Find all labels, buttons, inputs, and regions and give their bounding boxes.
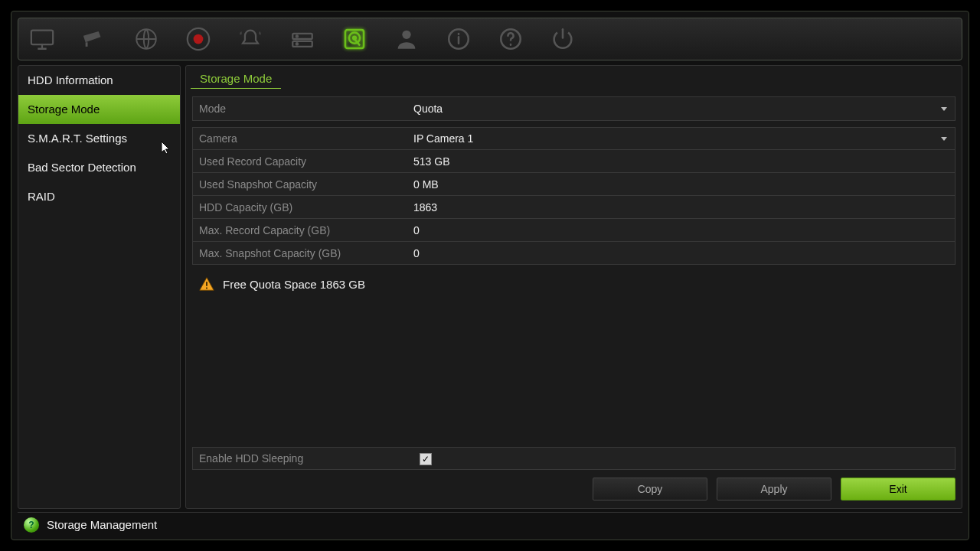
sidebar-item-raid[interactable]: RAID <box>18 182 180 211</box>
max-record-row: Max. Record Capacity (GB) 0 <box>192 219 956 242</box>
alarm-icon[interactable] <box>234 23 266 55</box>
svg-point-11 <box>402 31 410 39</box>
free-quota-text: Free Quota Space 1863 GB <box>223 278 365 291</box>
page-title: Storage Mode <box>191 67 281 89</box>
hdd-capacity-row: HDD Capacity (GB) 1863 <box>192 196 956 219</box>
app-window: HDD Information Storage Mode S.M.A.R.T. … <box>11 11 969 540</box>
svg-point-6 <box>296 35 298 37</box>
record-icon[interactable] <box>182 23 214 55</box>
main-panel: Storage Mode Mode Quota Camera IP Camera… <box>185 65 962 509</box>
sidebar: HDD Information Storage Mode S.M.A.R.T. … <box>18 65 181 509</box>
footer-title: Storage Management <box>47 518 157 531</box>
exit-button[interactable]: Exit <box>841 478 956 500</box>
help-icon[interactable] <box>495 23 527 55</box>
mode-row: Mode Quota <box>192 96 956 121</box>
max-snapshot-input[interactable]: 0 <box>407 247 955 259</box>
sidebar-item-hdd-information[interactable]: HDD Information <box>18 66 180 95</box>
sidebar-item-label: Storage Mode <box>28 103 100 116</box>
device-icon[interactable] <box>286 23 318 55</box>
camera-icon[interactable] <box>78 23 110 55</box>
row-value: 0 MB <box>407 178 955 191</box>
max-record-input[interactable]: 0 <box>407 224 955 236</box>
sidebar-item-smart-settings[interactable]: S.M.A.R.T. Settings <box>18 124 180 153</box>
max-snapshot-row: Max. Snapshot Capacity (GB) 0 <box>192 242 956 265</box>
sidebar-item-bad-sector-detection[interactable]: Bad Sector Detection <box>18 153 180 182</box>
hdd-icon[interactable] <box>338 23 371 55</box>
copy-button[interactable]: Copy <box>593 478 707 500</box>
footer-bar: ? Storage Management <box>18 512 962 536</box>
mode-label: Mode <box>193 103 407 115</box>
user-icon[interactable] <box>390 23 423 55</box>
sidebar-item-storage-mode[interactable]: Storage Mode <box>18 95 180 124</box>
enable-hdd-sleeping-row: Enable HDD Sleeping ✓ <box>192 447 956 470</box>
sidebar-item-label: Bad Sector Detection <box>28 161 136 174</box>
sidebar-item-label: S.M.A.R.T. Settings <box>28 132 127 145</box>
svg-rect-15 <box>206 288 207 289</box>
monitor-icon[interactable] <box>26 23 58 55</box>
sidebar-item-label: RAID <box>28 190 55 203</box>
warning-icon <box>198 276 215 292</box>
svg-point-3 <box>194 34 204 44</box>
free-quota-notice: Free Quota Space 1863 GB <box>198 276 962 292</box>
action-buttons: Copy Apply Exit <box>593 478 956 500</box>
network-icon[interactable] <box>130 23 162 55</box>
enable-sleep-checkbox[interactable]: ✓ <box>420 453 432 465</box>
row-label: Used Snapshot Capacity <box>193 178 407 191</box>
mode-select[interactable]: Quota <box>407 103 955 115</box>
svg-rect-0 <box>31 31 53 44</box>
help-icon[interactable]: ? <box>24 517 39 533</box>
used-snapshot-row: Used Snapshot Capacity 0 MB <box>192 173 956 196</box>
power-icon[interactable] <box>547 23 579 55</box>
apply-button[interactable]: Apply <box>717 478 831 500</box>
row-label: Max. Record Capacity (GB) <box>193 224 407 236</box>
enable-sleep-label: Enable HDD Sleeping <box>193 452 407 465</box>
row-label: Used Record Capacity <box>193 155 407 168</box>
row-value: 513 GB <box>407 155 955 168</box>
settings-grid: Mode Quota Camera IP Camera 1 Used Recor… <box>192 96 956 265</box>
row-value: 1863 <box>407 201 955 214</box>
camera-select[interactable]: IP Camera 1 <box>407 132 955 145</box>
camera-label: Camera <box>193 132 407 145</box>
sidebar-item-label: HDD Information <box>28 73 113 86</box>
row-label: HDD Capacity (GB) <box>193 201 407 214</box>
used-record-row: Used Record Capacity 513 GB <box>192 150 956 173</box>
svg-point-7 <box>296 43 298 44</box>
top-toolbar <box>18 18 962 60</box>
camera-row: Camera IP Camera 1 <box>192 127 956 150</box>
info-icon[interactable] <box>443 23 475 55</box>
svg-rect-14 <box>206 282 207 286</box>
row-label: Max. Snapshot Capacity (GB) <box>193 247 407 259</box>
